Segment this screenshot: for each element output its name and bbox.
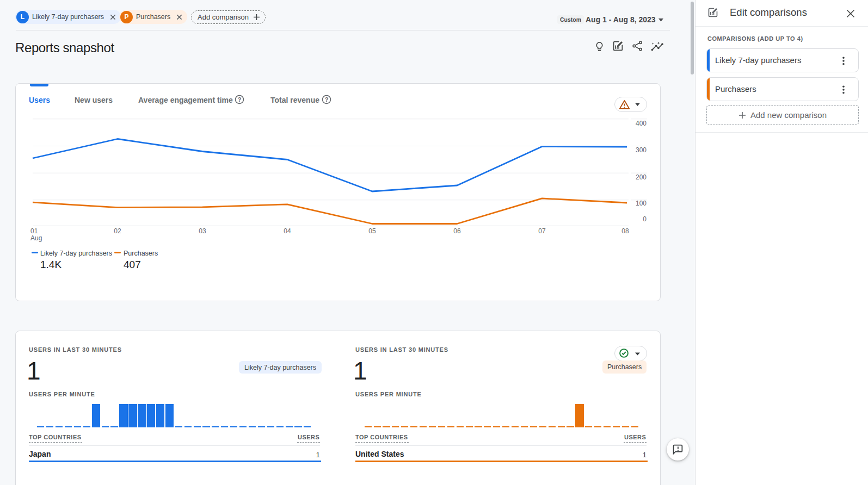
- svg-text:400: 400: [636, 120, 647, 127]
- svg-text:?: ?: [238, 96, 242, 103]
- svg-text:200: 200: [636, 173, 647, 181]
- svg-text:07: 07: [538, 227, 546, 235]
- svg-text:300: 300: [636, 146, 647, 154]
- svg-text:06: 06: [453, 227, 461, 235]
- svg-text:Aug: Aug: [30, 234, 42, 242]
- svg-text:04: 04: [284, 227, 291, 235]
- svg-text:01: 01: [30, 227, 38, 235]
- svg-text:0: 0: [643, 215, 647, 223]
- svg-text:05: 05: [368, 227, 376, 235]
- svg-text:?: ?: [325, 96, 329, 103]
- svg-text:03: 03: [199, 227, 206, 235]
- svg-text:02: 02: [114, 227, 121, 235]
- svg-text:08: 08: [621, 227, 629, 235]
- svg-text:100: 100: [636, 200, 647, 207]
